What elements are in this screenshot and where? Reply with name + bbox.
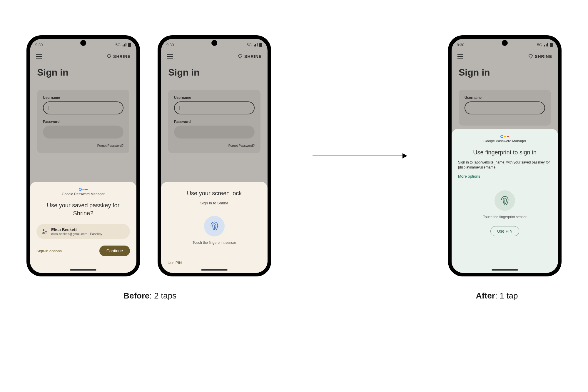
password-label: Password [43, 120, 123, 124]
gpm-key-icon [79, 188, 88, 191]
username-input[interactable]: | [174, 101, 255, 114]
status-network: 5G [247, 43, 252, 47]
sheet-title: Use fingerprint to sign in [458, 149, 552, 156]
signin-form: Username | Password Forgot Password? [37, 90, 129, 153]
camera-notch [502, 40, 508, 46]
gpm-key-icon [500, 135, 509, 138]
home-indicator[interactable] [70, 269, 96, 271]
signal-icon [122, 43, 126, 46]
fingerprint-sensor[interactable] [204, 216, 225, 236]
caption-before-rest: : 2 taps [149, 291, 176, 300]
status-network: 5G [116, 43, 121, 47]
menu-icon[interactable] [457, 54, 463, 59]
camera-notch [211, 40, 217, 46]
more-options-link[interactable]: More options [458, 174, 552, 179]
phone-before-step1: 9:30 5G SHRINE Sign in [26, 35, 140, 276]
passkey-prompt-sheet: Google Password Manager Use your saved p… [30, 182, 136, 273]
menu-icon[interactable] [167, 54, 173, 59]
page-title: Sign in [37, 67, 129, 78]
account-name: Elisa Beckett [51, 227, 102, 232]
caption-before: Before: 2 taps [26, 291, 273, 301]
fingerprint-hint: Touch the fingerprint sensor [458, 215, 552, 219]
sheet-subtitle: Sign in to Shrine [168, 201, 261, 205]
passkey-user-icon [41, 228, 48, 235]
sheet-title: Use your saved passkey for Shrine? [36, 201, 130, 217]
signin-form: Username | Password Forgot Password? [168, 90, 260, 153]
app-brand: SHRINE [238, 54, 262, 59]
brand-label: SHRINE [535, 54, 552, 59]
battery-icon [128, 43, 131, 47]
gpm-label: Google Password Manager [62, 192, 104, 196]
status-network: 5G [537, 43, 542, 47]
use-pin-link[interactable]: Use PIN [168, 261, 182, 265]
username-input[interactable]: | [43, 101, 123, 114]
app-brand: SHRINE [528, 54, 552, 59]
phone-before-step2: 9:30 5G SHRINE Sign in [158, 35, 271, 276]
transition-arrow [289, 35, 430, 276]
caption-after: After: 1 tap [432, 291, 562, 301]
diamond-icon [528, 54, 533, 59]
status-time: 9:30 [35, 43, 43, 47]
password-input[interactable] [43, 126, 123, 139]
menu-icon[interactable] [36, 54, 42, 59]
home-indicator[interactable] [492, 269, 518, 271]
fingerprint-sensor[interactable] [495, 190, 515, 211]
svg-point-0 [43, 229, 45, 231]
app-brand: SHRINE [107, 54, 131, 59]
status-time: 9:30 [166, 43, 174, 47]
page-title: Sign in [168, 67, 260, 78]
camera-notch [80, 40, 86, 46]
username-input[interactable] [465, 101, 545, 114]
sheet-title: Use your screen lock [168, 189, 261, 197]
fingerprint-signin-sheet: Google Password Manager Use fingerprint … [452, 129, 558, 273]
brand-label: SHRINE [244, 54, 262, 59]
caption-after-bold: After [476, 291, 495, 300]
battery-icon [259, 43, 262, 47]
battery-icon [550, 43, 553, 47]
account-chip[interactable]: Elisa Beckett elisa-beckett@gmail.com · … [36, 224, 130, 239]
fingerprint-icon [500, 196, 510, 206]
home-indicator[interactable] [201, 269, 228, 271]
signal-icon [544, 43, 548, 46]
caption-after-rest: : 1 tap [495, 291, 518, 300]
continue-button[interactable]: Continue [99, 246, 130, 256]
username-label: Username [465, 96, 545, 100]
sheet-body: Sign in to [app/website_name] with your … [458, 160, 552, 170]
diamond-icon [238, 54, 243, 59]
page-title: Sign in [459, 67, 551, 78]
diamond-icon [107, 54, 111, 59]
fingerprint-hint: Touch the fingerprint sensor [168, 241, 261, 245]
forgot-password-link[interactable]: Forgot Password? [43, 144, 123, 147]
password-label: Password [174, 120, 255, 124]
password-input[interactable] [174, 126, 255, 139]
use-pin-button[interactable]: Use PIN [490, 226, 519, 236]
brand-label: SHRINE [113, 54, 131, 59]
phone-after: 9:30 5G SHRINE Sign in [448, 35, 562, 276]
status-time: 9:30 [457, 43, 464, 47]
gpm-label: Google Password Manager [483, 139, 526, 143]
username-label: Username [43, 96, 123, 100]
account-meta: elisa-beckett@gmail.com · Passkey [51, 232, 102, 236]
username-label: Username [174, 96, 255, 100]
fingerprint-icon [209, 221, 219, 231]
svg-point-1 [46, 231, 47, 232]
caption-before-bold: Before [123, 291, 150, 300]
signin-form: Username [459, 90, 551, 126]
screenlock-sheet: Use your screen lock Sign in to Shrine T… [161, 182, 268, 273]
signal-icon [253, 43, 258, 46]
signin-options-link[interactable]: Sign-in options [36, 249, 62, 253]
forgot-password-link[interactable]: Forgot Password? [174, 144, 255, 147]
